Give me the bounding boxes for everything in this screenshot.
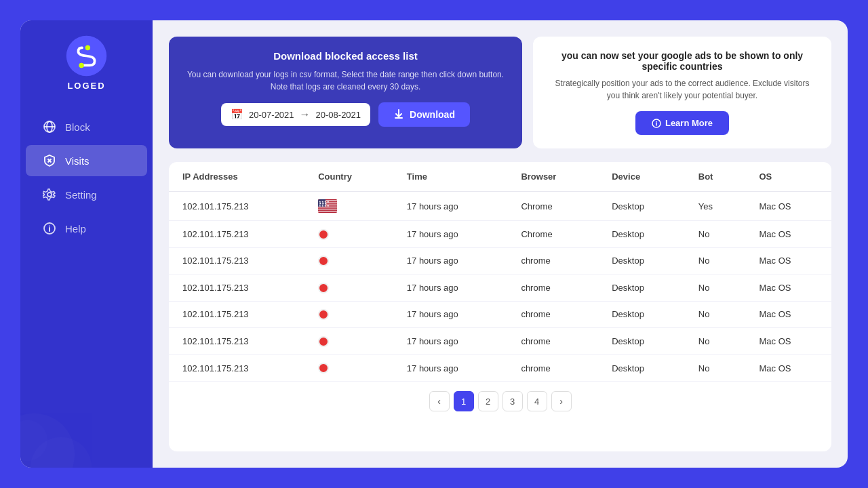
cell-ip: 102.101.175.213 — [169, 274, 304, 302]
country-dot — [318, 229, 329, 240]
download-panel-title: Download blocked access list — [273, 50, 418, 62]
logo-area: LOGED — [64, 34, 108, 91]
ad-panel-title: you can now set your google ads to be sh… — [552, 50, 812, 72]
cell-bot: No — [685, 301, 746, 328]
cell-bot: No — [685, 274, 746, 302]
svg-rect-15 — [395, 117, 403, 119]
us-flag: ★★★ ★★★★ ★★★★ — [318, 199, 337, 213]
cell-country — [304, 301, 393, 328]
svg-point-11 — [49, 226, 50, 227]
info-icon — [42, 221, 57, 236]
cell-country: ★★★ ★★★★ ★★★★ — [304, 192, 393, 221]
x-shield-icon — [42, 153, 57, 168]
gear-icon — [42, 187, 57, 202]
col-bot: Bot — [685, 162, 746, 192]
cell-time: 17 hours ago — [393, 192, 508, 221]
pagination-page-4[interactable]: 4 — [527, 391, 547, 411]
cell-ip: 102.101.175.213 — [169, 221, 304, 248]
sidebar-item-visits[interactable]: Visits — [26, 145, 147, 176]
svg-rect-31 — [318, 211, 337, 212]
sidebar-item-help[interactable]: Help — [26, 213, 147, 244]
cell-device: Desktop — [598, 328, 685, 355]
table-row: 102.101.175.213 — [169, 192, 831, 221]
pagination-page-3[interactable]: 3 — [502, 391, 523, 411]
sidebar-item-block-label: Block — [65, 121, 90, 133]
sidebar: LOGED Block — [20, 20, 153, 468]
cell-time: 17 hours ago — [393, 328, 508, 355]
main-content: Download blocked access list You can dow… — [153, 20, 848, 468]
table-row: 102.101.175.21317 hours agoChromeDesktop… — [169, 221, 831, 248]
col-browser: Browser — [507, 162, 598, 192]
logo-icon — [64, 34, 108, 78]
download-icon — [393, 109, 404, 120]
pagination-next[interactable]: › — [551, 391, 572, 411]
svg-rect-32 — [318, 211, 337, 213]
cell-os: Mac OS — [745, 192, 831, 221]
table-row: 102.101.175.21317 hours agochromeDesktop… — [169, 274, 831, 302]
cell-country — [304, 221, 393, 248]
col-ip: IP Addresses — [169, 162, 304, 192]
date-range[interactable]: 📅 20-07-2021 → 20-08-2021 — [221, 103, 370, 126]
data-table: IP Addresses Country Time Browser Device… — [169, 162, 831, 381]
table-container: IP Addresses Country Time Browser Device… — [169, 162, 831, 451]
cell-device: Desktop — [598, 274, 685, 302]
cell-time: 17 hours ago — [393, 301, 508, 328]
cell-ip: 102.101.175.213 — [169, 301, 304, 328]
main-container: LOGED Block — [20, 20, 848, 468]
download-button[interactable]: Download — [378, 102, 470, 127]
cell-os: Mac OS — [745, 274, 831, 302]
cell-ip: 102.101.175.213 — [169, 192, 304, 221]
svg-text:★★★★: ★★★★ — [319, 204, 330, 207]
cell-browser: chrome — [507, 354, 598, 381]
table-row: 102.101.175.21317 hours agochromeDesktop… — [169, 301, 831, 328]
sidebar-item-setting-label: Setting — [65, 189, 97, 201]
calendar-icon: 📅 — [231, 108, 243, 121]
cell-time: 17 hours ago — [393, 247, 508, 274]
svg-rect-29 — [318, 209, 337, 210]
cell-device: Desktop — [598, 354, 685, 381]
pagination: ‹ 1 2 3 4 › — [169, 381, 831, 421]
pagination-prev[interactable]: ‹ — [429, 391, 450, 411]
download-panel: Download blocked access list You can dow… — [169, 37, 522, 148]
info-circle-icon — [652, 119, 661, 128]
date-to: 20-08-2021 — [316, 110, 361, 120]
globe-icon — [42, 119, 57, 134]
cell-os: Mac OS — [745, 221, 831, 248]
cell-time: 17 hours ago — [393, 354, 508, 381]
cell-os: Mac OS — [745, 354, 831, 381]
cell-ip: 102.101.175.213 — [169, 354, 304, 381]
cell-bot: No — [685, 328, 746, 355]
date-from: 20-07-2021 — [249, 110, 294, 120]
col-country: Country — [304, 162, 393, 192]
pagination-page-1[interactable]: 1 — [454, 391, 474, 411]
sidebar-item-setting[interactable]: Setting — [26, 179, 147, 210]
sidebar-decoration — [20, 373, 115, 468]
cell-time: 17 hours ago — [393, 221, 508, 248]
svg-point-8 — [47, 192, 52, 197]
sidebar-item-block[interactable]: Block — [26, 111, 147, 142]
country-dot — [318, 363, 329, 373]
cell-browser: Chrome — [507, 192, 598, 221]
sidebar-item-help-label: Help — [65, 223, 86, 235]
col-device: Device — [598, 162, 685, 192]
cell-country — [304, 247, 393, 274]
cell-browser: Chrome — [507, 221, 598, 248]
country-dot — [318, 283, 329, 293]
cell-browser: chrome — [507, 301, 598, 328]
svg-point-2 — [85, 45, 90, 50]
cell-device: Desktop — [598, 221, 685, 248]
learn-more-button[interactable]: Learn More — [635, 111, 729, 135]
table-row: 102.101.175.21317 hours agochromeDesktop… — [169, 247, 831, 274]
cell-country — [304, 328, 393, 355]
pagination-page-2[interactable]: 2 — [478, 391, 498, 411]
top-panels: Download blocked access list You can dow… — [169, 37, 831, 148]
cell-browser: chrome — [507, 274, 598, 302]
sidebar-item-visits-label: Visits — [65, 155, 90, 167]
cell-country — [304, 274, 393, 302]
ad-panel: you can now set your google ads to be sh… — [533, 37, 831, 148]
cell-bot: Yes — [685, 192, 746, 221]
date-arrow: → — [300, 108, 311, 121]
cell-bot: No — [685, 247, 746, 274]
cell-browser: chrome — [507, 247, 598, 274]
cell-os: Mac OS — [745, 328, 831, 355]
